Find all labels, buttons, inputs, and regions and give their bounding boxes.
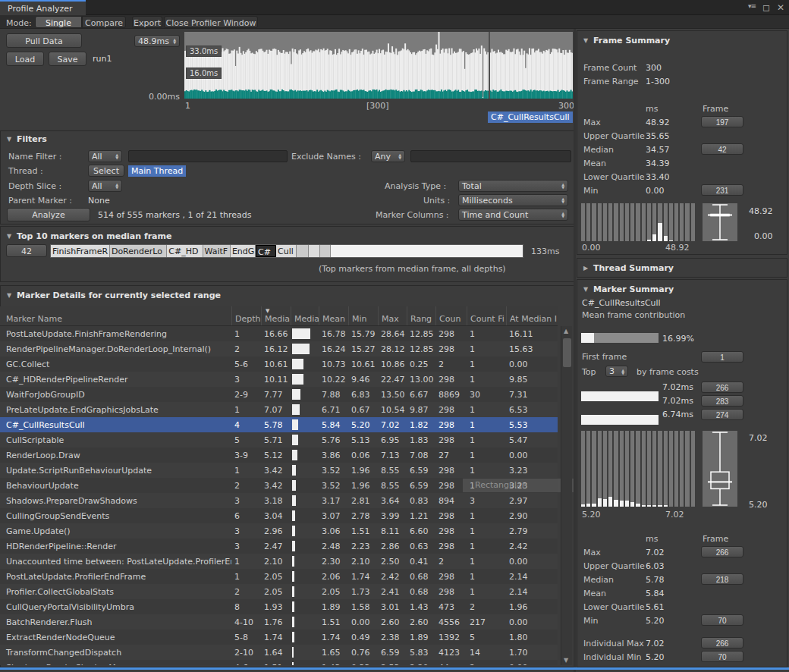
stat-frame-button[interactable]: 70 — [701, 614, 743, 626]
units-dropdown[interactable]: Milliseconds ▲▼ — [458, 194, 568, 206]
frame-summary-foldout-icon[interactable]: ▼ — [583, 37, 588, 44]
table-row[interactable]: RenderLoop.Draw3-95.123.860.067.137.0827… — [0, 447, 558, 463]
scrollbar-thumb[interactable] — [563, 338, 571, 367]
table-row[interactable]: Unaccounted time between: PostLateUpdate… — [0, 554, 558, 569]
mode-single-button[interactable]: Single — [35, 16, 82, 28]
pull-data-button[interactable]: Pull Data — [6, 33, 82, 48]
scale-dropdown[interactable]: 48.9ms ▲▼ — [134, 35, 180, 47]
analyze-button[interactable]: Analyze — [7, 208, 90, 221]
histogram-bar — [685, 203, 689, 241]
top10-segment[interactable]: WaitF — [203, 245, 231, 257]
table-row[interactable]: Shadows.PrepareDrawShadows33.183.172.813… — [0, 493, 558, 508]
thread-value-badge[interactable]: Main Thread — [128, 165, 186, 177]
column-header[interactable]: Marker Name — [0, 306, 231, 325]
marker-histogram[interactable] — [581, 431, 696, 507]
top10-segment[interactable] — [309, 245, 320, 257]
top10-segment[interactable]: EndG — [231, 245, 256, 257]
table-row[interactable]: CullQueryPortalVisibilityUmbra81.931.891… — [0, 599, 558, 614]
thread-select-button[interactable]: Select — [88, 165, 124, 177]
table-row[interactable]: TransformChangedDispatch2-101.641.650.76… — [0, 645, 558, 660]
table-row[interactable]: PreLateUpdate.EndGraphicsJobsLate17.076.… — [0, 402, 558, 417]
name-filter-mode-dropdown[interactable]: All ▲▼ — [88, 150, 122, 162]
top10-foldout-icon[interactable]: ▼ — [7, 233, 11, 240]
marker-details-foldout-icon[interactable]: ▼ — [7, 292, 11, 299]
top10-segment[interactable]: C#_ — [256, 245, 276, 257]
stat-frame-button[interactable]: 231 — [701, 184, 743, 196]
first-frame-button[interactable]: 1 — [701, 351, 743, 363]
export-button[interactable]: Export — [132, 16, 162, 28]
histogram-bar — [636, 431, 640, 507]
panel-divider[interactable] — [574, 29, 576, 672]
scroll-up-icon[interactable]: ▲ — [564, 328, 568, 334]
top10-segment[interactable] — [297, 245, 309, 257]
stat-frame-button[interactable]: 266 — [701, 546, 743, 557]
top10-segment[interactable]: FinishFrameR — [51, 245, 110, 257]
chart-33ms-marker[interactable]: 33.0ms — [186, 46, 222, 57]
table-row[interactable]: ExtractRenderNodeQueue5-81.741.740.492.3… — [0, 630, 558, 645]
marker-columns-dropdown[interactable]: Time and Count ▲▼ — [458, 209, 568, 221]
table-row[interactable]: HDRenderPipeline::Render32.472.482.232.8… — [0, 539, 558, 554]
table-row[interactable]: C#_CullResultsCull45.785.845.207.021.822… — [0, 417, 558, 432]
maximize-icon[interactable]: ◻ — [762, 2, 770, 13]
scroll-down-icon[interactable]: ▼ — [564, 657, 568, 664]
marker-summary-foldout-icon[interactable]: ▼ — [583, 286, 588, 293]
table-scrollbar[interactable]: ▲ ▼ — [561, 326, 572, 665]
column-header[interactable]: Max — [378, 306, 407, 325]
exclude-mode-dropdown[interactable]: Any ▲▼ — [371, 150, 405, 162]
top10-marker-strip[interactable]: FinishFrameRDoRenderLoC#_HDWaitFEndGC#_C… — [50, 244, 523, 258]
stat-frame-button[interactable]: 197 — [701, 116, 743, 127]
column-header[interactable]: Count Fi — [467, 306, 506, 325]
table-row[interactable]: CullingGroupSendEvents63.043.072.783.991… — [0, 508, 558, 523]
stat-frame-button[interactable]: 42 — [701, 143, 743, 155]
table-row[interactable]: C#_HDRenderPipelineRender310.1110.229.46… — [0, 372, 558, 387]
top10-segment[interactable]: Cull — [276, 245, 297, 257]
window-menu-icon[interactable]: ▾≡ — [748, 2, 756, 13]
column-header[interactable]: Mean — [319, 306, 348, 325]
mode-compare-button[interactable]: Compare — [82, 16, 126, 28]
top-cost-frame-button[interactable]: 266 — [701, 382, 743, 393]
column-header[interactable]: Media — [291, 306, 319, 325]
table-row[interactable]: Profiler.CollectGlobalStats22.052.051.73… — [0, 584, 558, 599]
depth-slice-dropdown[interactable]: All ▲▼ — [88, 180, 122, 192]
table-row[interactable]: WaitForJobGroupID2-97.777.886.8313.506.6… — [0, 387, 558, 402]
top-cost-frame-button[interactable]: 283 — [701, 395, 743, 407]
column-header[interactable]: At Median I — [506, 306, 557, 325]
top-cost-frame-button[interactable]: 274 — [701, 409, 743, 420]
top10-segment[interactable]: DoRenderLo — [110, 245, 167, 257]
filters-foldout-icon[interactable]: ▼ — [7, 136, 11, 143]
top10-segment[interactable]: C#_HD — [167, 245, 203, 257]
column-header[interactable]: Rang — [407, 306, 435, 325]
table-row[interactable]: Update.ScriptRunBehaviourUpdate13.423.52… — [0, 463, 558, 478]
table-row[interactable]: PostLateUpdate.ProfilerEndFrame12.052.06… — [0, 569, 558, 584]
table-row[interactable]: BehaviourUpdate23.423.521.968.556.592981… — [0, 478, 558, 493]
thread-summary-foldout-icon[interactable]: ▶ — [583, 265, 588, 272]
frame-time-chart[interactable] — [184, 32, 573, 99]
table-row[interactable]: Game.Update()32.963.061.518.116.6029812.… — [0, 523, 558, 539]
table-row[interactable]: CullScriptable55.715.765.136.951.8329815… — [0, 432, 558, 447]
load-button[interactable]: Load — [6, 52, 44, 66]
exclude-names-input[interactable] — [410, 150, 571, 162]
table-row[interactable]: RenderPipelineManager.DoRenderLoop_Inter… — [0, 341, 558, 356]
frame-histogram[interactable] — [581, 203, 696, 241]
table-row[interactable]: PostLateUpdate.FinishFrameRendering116.6… — [0, 326, 558, 341]
column-header[interactable]: Coun — [435, 306, 467, 325]
table-row[interactable]: GC.Collect5-610.6110.7310.6110.860.25210… — [0, 356, 558, 372]
chart-16ms-marker[interactable]: 16.0ms — [186, 68, 222, 79]
stat-frame-button[interactable]: 70 — [701, 651, 743, 662]
selected-marker-badge[interactable]: C#_CullResultsCull — [488, 111, 573, 123]
analysis-type-dropdown[interactable]: Total ▲▼ — [458, 180, 568, 192]
top-n-dropdown[interactable]: 3 ▲▼ — [605, 366, 628, 377]
close-profiler-button[interactable]: Close Profiler Window — [164, 16, 258, 28]
column-header[interactable]: Depth — [231, 306, 261, 325]
table-row[interactable]: Shadows.RenderShadowMap4-61.511.430.332.… — [0, 660, 558, 665]
stat-frame-button[interactable]: 266 — [701, 637, 743, 648]
save-button[interactable]: Save — [49, 52, 86, 66]
stat-frame-button[interactable]: 218 — [701, 573, 743, 585]
top10-segment[interactable] — [320, 245, 331, 257]
close-icon[interactable]: ✕ — [777, 2, 784, 13]
name-filter-input[interactable] — [128, 150, 288, 162]
column-header[interactable]: Min — [348, 306, 378, 325]
top10-depth-button[interactable]: 42 — [6, 244, 47, 257]
table-row[interactable]: BatchRenderer.Flush4-101.761.510.002.602… — [0, 614, 558, 630]
tab-profile-analyzer[interactable]: Profile Analyzer — [0, 0, 86, 15]
